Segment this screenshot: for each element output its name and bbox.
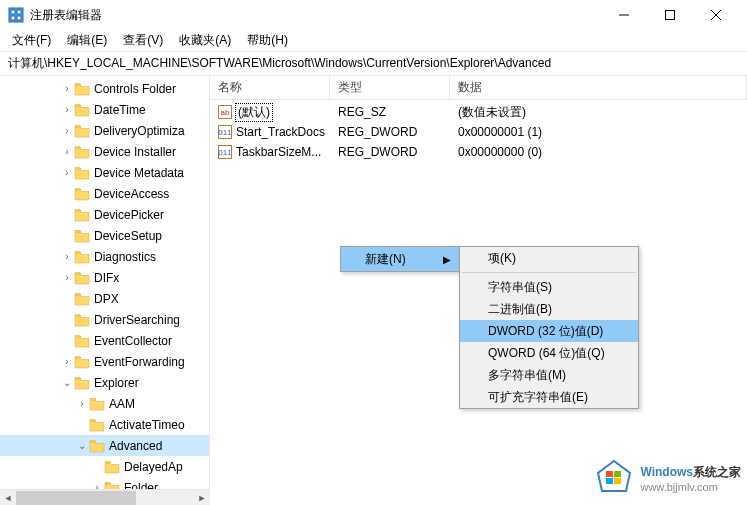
- submenu-arrow-icon: ▶: [443, 254, 451, 265]
- string-value-icon: ab: [218, 105, 232, 119]
- context-item-label: 新建(N): [365, 251, 406, 268]
- binary-value-icon: 011: [218, 125, 232, 139]
- tree-item[interactable]: ›AAM: [0, 393, 209, 414]
- context-item[interactable]: 字符串值(S): [460, 276, 638, 298]
- folder-icon: [74, 145, 90, 159]
- svg-rect-6: [666, 11, 675, 20]
- tree-item[interactable]: DriverSearching: [0, 309, 209, 330]
- folder-icon: [89, 418, 105, 432]
- tree-item[interactable]: ›DateTime: [0, 99, 209, 120]
- context-item[interactable]: 可扩充字符串值(E): [460, 386, 638, 408]
- value-name: TaskbarSizeM...: [236, 145, 321, 159]
- scroll-thumb[interactable]: [16, 491, 136, 505]
- tree-item-label: Diagnostics: [94, 250, 156, 264]
- tree-item[interactable]: ›Diagnostics: [0, 246, 209, 267]
- address-bar[interactable]: 计算机\HKEY_LOCAL_MACHINE\SOFTWARE\Microsof…: [0, 52, 747, 76]
- folder-icon: [89, 439, 105, 453]
- tree-item[interactable]: ›EventForwarding: [0, 351, 209, 372]
- chevron-right-icon[interactable]: ›: [90, 482, 104, 489]
- scroll-track[interactable]: [16, 490, 194, 506]
- tree-item[interactable]: DelayedAp: [0, 456, 209, 477]
- value-data: 0x00000000 (0): [450, 145, 747, 159]
- chevron-right-icon[interactable]: ›: [60, 83, 74, 94]
- tree-item-label: DriverSearching: [94, 313, 180, 327]
- folder-icon: [74, 250, 90, 264]
- app-icon: [8, 7, 24, 23]
- folder-icon: [74, 334, 90, 348]
- list-row[interactable]: ab(默认)REG_SZ(数值未设置): [210, 102, 747, 122]
- tree-item-label: Advanced: [109, 439, 162, 453]
- close-button[interactable]: [693, 0, 739, 30]
- tree-item[interactable]: DeviceAccess: [0, 183, 209, 204]
- svg-rect-2: [17, 10, 21, 14]
- folder-icon: [104, 481, 120, 490]
- tree-item[interactable]: EventCollector: [0, 330, 209, 351]
- tree-item-label: DPX: [94, 292, 119, 306]
- context-item[interactable]: 多字符串值(M): [460, 364, 638, 386]
- tree-item[interactable]: DevicePicker: [0, 204, 209, 225]
- minimize-button[interactable]: [601, 0, 647, 30]
- folder-icon: [74, 292, 90, 306]
- menu-separator: [462, 272, 636, 273]
- menu-help[interactable]: 帮助(H): [239, 30, 296, 51]
- window-controls: [601, 0, 739, 30]
- maximize-button[interactable]: [647, 0, 693, 30]
- col-type[interactable]: 类型: [330, 76, 450, 99]
- tree-item-label: DevicePicker: [94, 208, 164, 222]
- tree-item-label: AAM: [109, 397, 135, 411]
- list-body[interactable]: ab(默认)REG_SZ(数值未设置)011Start_TrackDocsREG…: [210, 100, 747, 162]
- svg-rect-10: [606, 471, 613, 477]
- tree-item-label: DeviceAccess: [94, 187, 169, 201]
- list-row[interactable]: 011TaskbarSizeM...REG_DWORD0x00000000 (0…: [210, 142, 747, 162]
- context-item-new[interactable]: 新建(N) ▶: [341, 247, 459, 271]
- chevron-right-icon[interactable]: ›: [60, 356, 74, 367]
- chevron-right-icon[interactable]: ›: [60, 104, 74, 115]
- watermark: Windows系统之家 www.bjjmlv.com: [596, 459, 741, 495]
- col-data[interactable]: 数据: [450, 76, 747, 99]
- tree-item-label: EventCollector: [94, 334, 172, 348]
- tree-item[interactable]: ›DIFx: [0, 267, 209, 288]
- scroll-right-button[interactable]: ►: [194, 490, 210, 506]
- tree-pane[interactable]: ›Controls Folder›DateTime›DeliveryOptimi…: [0, 76, 210, 489]
- tree-item[interactable]: ›Controls Folder: [0, 78, 209, 99]
- context-item[interactable]: QWORD (64 位)值(Q): [460, 342, 638, 364]
- tree-item[interactable]: ActivateTimeo: [0, 414, 209, 435]
- tree-item[interactable]: DeviceSetup: [0, 225, 209, 246]
- chevron-right-icon[interactable]: ›: [60, 251, 74, 262]
- tree-item-label: DelayedAp: [124, 460, 183, 474]
- chevron-down-icon[interactable]: ⌄: [75, 440, 89, 451]
- svg-rect-3: [11, 16, 15, 20]
- tree-item-label: DeliveryOptimiza: [94, 124, 185, 138]
- col-name[interactable]: 名称: [210, 76, 330, 99]
- menu-edit[interactable]: 编辑(E): [59, 30, 115, 51]
- tree-item[interactable]: ⌄Explorer: [0, 372, 209, 393]
- chevron-down-icon[interactable]: ⌄: [60, 377, 74, 388]
- context-item[interactable]: 二进制值(B): [460, 298, 638, 320]
- folder-icon: [74, 187, 90, 201]
- binary-value-icon: 011: [218, 145, 232, 159]
- menu-view[interactable]: 查看(V): [115, 30, 171, 51]
- tree-item[interactable]: ›Device Installer: [0, 141, 209, 162]
- window-title: 注册表编辑器: [30, 7, 601, 24]
- folder-icon: [74, 271, 90, 285]
- scroll-left-button[interactable]: ◄: [0, 490, 16, 506]
- tree-item[interactable]: DPX: [0, 288, 209, 309]
- list-row[interactable]: 011Start_TrackDocsREG_DWORD0x00000001 (1…: [210, 122, 747, 142]
- context-item[interactable]: 项(K): [460, 247, 638, 269]
- chevron-right-icon[interactable]: ›: [60, 272, 74, 283]
- menu-fav[interactable]: 收藏夹(A): [171, 30, 239, 51]
- menu-file[interactable]: 文件(F): [4, 30, 59, 51]
- tree-item-label: Explorer: [94, 376, 139, 390]
- watermark-brand: Windows系统之家: [640, 462, 741, 481]
- chevron-right-icon[interactable]: ›: [60, 125, 74, 136]
- tree-hscroll[interactable]: ◄ ►: [0, 489, 210, 505]
- context-item[interactable]: DWORD (32 位)值(D): [460, 320, 638, 342]
- value-type: REG_DWORD: [330, 125, 450, 139]
- tree-item[interactable]: ⌄Advanced: [0, 435, 209, 456]
- chevron-right-icon[interactable]: ›: [75, 398, 89, 409]
- tree-item[interactable]: ›Folder: [0, 477, 209, 489]
- tree-item[interactable]: ›Device Metadata: [0, 162, 209, 183]
- chevron-right-icon[interactable]: ›: [60, 167, 74, 178]
- tree-item[interactable]: ›DeliveryOptimiza: [0, 120, 209, 141]
- chevron-right-icon[interactable]: ›: [60, 146, 74, 157]
